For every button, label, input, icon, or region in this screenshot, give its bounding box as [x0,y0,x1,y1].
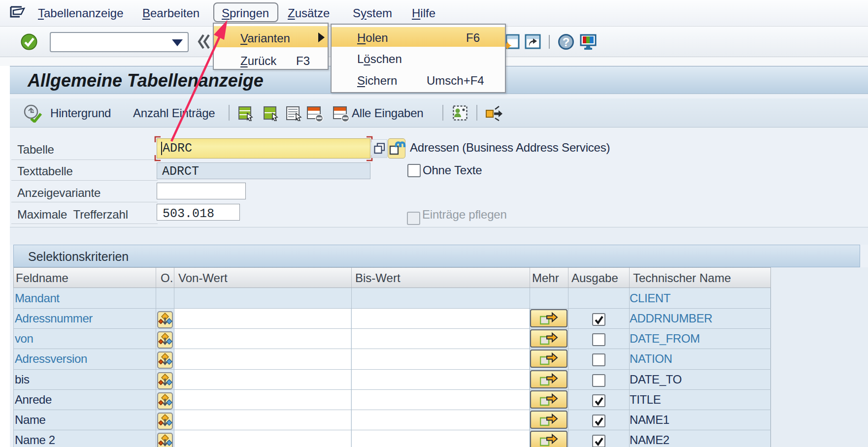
svg-text:?: ? [563,35,570,49]
